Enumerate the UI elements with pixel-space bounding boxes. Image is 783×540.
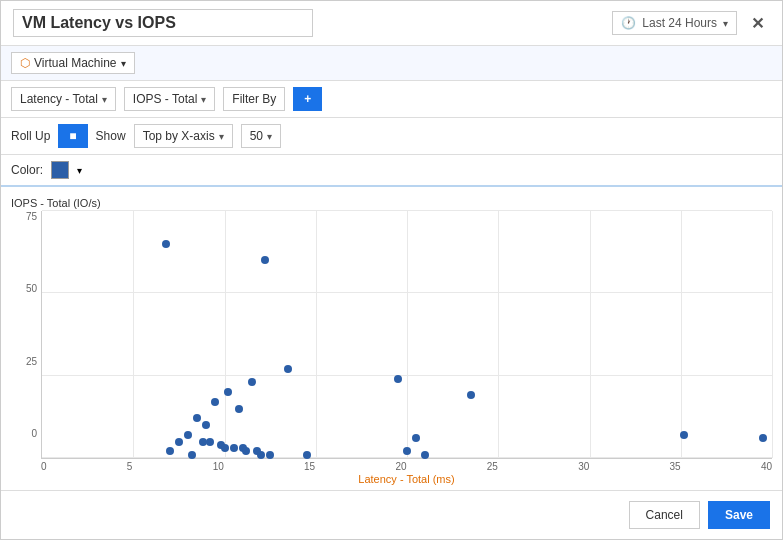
grid-v-40 [772,211,773,458]
iops-dropdown[interactable]: IOPS - Total [124,87,215,111]
top-by-chevron-icon [219,131,224,142]
grid-v-15 [316,211,317,458]
scatter-dot [184,431,192,439]
top-by-dropdown[interactable]: Top by X-axis [134,124,233,148]
color-swatch[interactable] [51,161,69,179]
scatter-dot [266,451,274,459]
scatter-dot [188,451,196,459]
time-chevron-icon [723,16,728,30]
grid-v-20 [407,211,408,458]
color-row: Color: [1,155,782,187]
roll-up-label: Roll Up [11,129,50,143]
dialog-title[interactable]: VM Latency vs IOPS [13,9,313,37]
y-tick-25: 25 [26,356,37,367]
scatter-dot [193,414,201,422]
vm-label: Virtual Machine [34,56,117,70]
scatter-dot [284,365,292,373]
x-tick-5: 5 [127,461,133,472]
top-count-dropdown[interactable]: 50 [241,124,281,148]
chart-container: 75 50 25 0 [11,211,772,459]
scatter-dot [759,434,767,442]
x-tick-20: 20 [395,461,406,472]
grid-v-30 [590,211,591,458]
scatter-dot [680,431,688,439]
x-tick-10: 10 [213,461,224,472]
latency-label: Latency - Total [20,92,98,106]
iops-chevron-icon [201,94,206,105]
scatter-dot [403,447,411,455]
y-tick-75: 75 [26,211,37,222]
scatter-dot [202,421,210,429]
y-axis-label: IOPS - Total (IO/s) [11,197,772,209]
x-tick-0: 0 [41,461,47,472]
controls-row: Latency - Total IOPS - Total Filter By + [1,81,782,118]
y-tick-50: 50 [26,283,37,294]
y-tick-0: 0 [31,428,37,439]
vm-chevron-icon [121,56,126,70]
grid-v-35 [681,211,682,458]
save-button[interactable]: Save [708,501,770,529]
scatter-dot [412,434,420,442]
top-by-label: Top by X-axis [143,129,215,143]
vm-toolbar-row: ⬡ Virtual Machine [1,46,782,81]
x-axis: 0 5 10 15 20 25 30 35 40 [11,461,772,472]
time-selector[interactable]: 🕐 Last 24 Hours [612,11,737,35]
grid-v-5 [133,211,134,458]
chart-plot [41,211,772,459]
clock-icon: 🕐 [621,16,636,30]
vm-selector[interactable]: ⬡ Virtual Machine [11,52,135,74]
scatter-dot [211,398,219,406]
scatter-dot [303,451,311,459]
roll-up-toggle[interactable]: ■ [58,124,87,148]
scatter-dot [224,388,232,396]
scatter-dot [175,438,183,446]
scatter-dot [394,375,402,383]
scatter-dot [230,444,238,452]
vm-icon: ⬡ [20,56,30,70]
top-count-value: 50 [250,129,263,143]
scatter-dot [467,391,475,399]
cancel-button[interactable]: Cancel [629,501,700,529]
time-label: Last 24 Hours [642,16,717,30]
scatter-dot [235,405,243,413]
filter-by-button[interactable]: Filter By [223,87,285,111]
x-tick-30: 30 [578,461,589,472]
header-right: 🕐 Last 24 Hours ✕ [612,11,770,35]
top-count-chevron-icon [267,131,272,142]
scatter-dot [221,444,229,452]
scatter-dot [242,447,250,455]
scatter-dot [162,240,170,248]
dialog-header: VM Latency vs IOPS 🕐 Last 24 Hours ✕ [1,1,782,46]
scatter-dot [166,447,174,455]
roll-up-row: Roll Up ■ Show Top by X-axis 50 [1,118,782,155]
add-filter-button[interactable]: + [293,87,322,111]
x-tick-40: 40 [761,461,772,472]
chart-area: IOPS - Total (IO/s) 75 50 25 0 [1,187,782,490]
dialog: VM Latency vs IOPS 🕐 Last 24 Hours ✕ ⬡ V… [0,0,783,540]
x-axis-label: Latency - Total (ms) [11,473,772,485]
color-label: Color: [11,163,43,177]
x-tick-25: 25 [487,461,498,472]
iops-label: IOPS - Total [133,92,197,106]
color-chevron-icon [77,163,82,177]
show-label: Show [96,129,126,143]
x-tick-35: 35 [670,461,681,472]
scatter-dot [248,378,256,386]
latency-chevron-icon [102,94,107,105]
scatter-dot [257,451,265,459]
y-axis: 75 50 25 0 [11,211,41,459]
scatter-dot [206,438,214,446]
close-button[interactable]: ✕ [745,12,770,35]
latency-dropdown[interactable]: Latency - Total [11,87,116,111]
grid-v-25 [498,211,499,458]
x-tick-15: 15 [304,461,315,472]
dialog-footer: Cancel Save [1,490,782,539]
grid-v-10 [225,211,226,458]
scatter-dot [421,451,429,459]
scatter-dot [261,256,269,264]
